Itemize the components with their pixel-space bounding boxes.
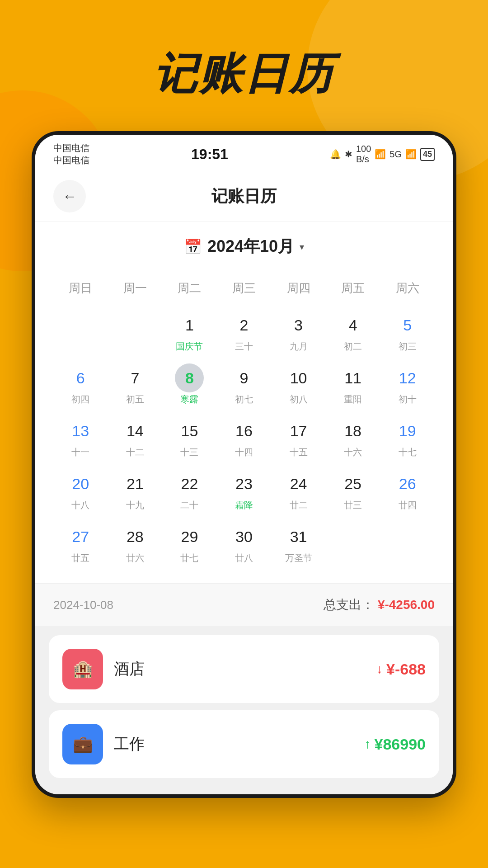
transaction-list: 🏨 酒店 ↓ ¥-688 💼 工作 ↑ ¥86990	[35, 626, 453, 794]
day-number: 5	[393, 311, 422, 340]
day-lunar: 寒露	[180, 393, 198, 406]
weekday-sun: 周日	[53, 276, 108, 301]
signal2-icon: 📶	[405, 149, 417, 160]
status-icons: 🔔 ✱ 100B/s 📶 5G 📶 45	[330, 144, 435, 165]
day-number: 21	[121, 469, 150, 498]
day-number: 1	[175, 311, 204, 340]
calendar-day[interactable]: 13十一	[53, 411, 108, 464]
day-lunar: 初三	[399, 340, 417, 353]
day-lunar: 初十	[399, 393, 417, 406]
calendar-day[interactable]: 14十二	[108, 411, 163, 464]
calendar-day	[326, 517, 380, 570]
battery-indicator: 45	[420, 148, 435, 161]
calendar-day[interactable]: 27廿五	[53, 517, 108, 570]
status-time: 19:51	[191, 146, 228, 163]
calendar-icon: 📅	[184, 238, 202, 255]
calendar-day	[108, 305, 163, 358]
calendar-day[interactable]: 11重阳	[326, 358, 380, 411]
page-title: 记账日历	[0, 0, 488, 131]
wifi-icon: 📶	[375, 149, 386, 160]
clock-icon: 🔔	[330, 149, 341, 160]
transaction-card-work[interactable]: 💼 工作 ↑ ¥86990	[49, 710, 439, 778]
weekday-mon: 周一	[108, 276, 163, 301]
calendar-day[interactable]: 23霜降	[217, 464, 272, 517]
weekday-thu: 周四	[271, 276, 326, 301]
calendar-day[interactable]: 30廿八	[217, 517, 272, 570]
month-selector[interactable]: 📅 2024年10月 ▾	[53, 236, 435, 258]
day-number: 20	[66, 469, 95, 498]
day-number: 25	[338, 469, 367, 498]
calendar-day[interactable]: 25廿三	[326, 464, 380, 517]
calendar-day[interactable]: 6初四	[53, 358, 108, 411]
calendar-day[interactable]: 28廿六	[108, 517, 163, 570]
day-number: 31	[284, 522, 313, 551]
summary-amount: ¥-4256.00	[378, 598, 435, 612]
hotel-amount: ↓ ¥-688	[376, 660, 426, 678]
phone-container: 中国电信 中国电信 19:51 🔔 ✱ 100B/s 📶 5G 📶 45 ← 记…	[0, 131, 488, 798]
calendar-day[interactable]: 1国庆节	[162, 305, 217, 358]
day-number: 13	[66, 416, 95, 445]
hotel-icon: 🏨	[62, 649, 103, 689]
calendar-day[interactable]: 5初三	[380, 305, 435, 358]
calendar-day[interactable]: 24廿二	[271, 464, 326, 517]
income-arrow-icon: ↑	[365, 737, 371, 751]
day-number: 7	[121, 363, 150, 392]
calendar-day[interactable]: 20十八	[53, 464, 108, 517]
day-lunar: 九月	[290, 340, 308, 353]
day-lunar: 十九	[126, 499, 144, 511]
day-number: 12	[393, 363, 422, 392]
calendar-day[interactable]: 8寒露	[162, 358, 217, 411]
day-lunar: 廿六	[126, 552, 144, 564]
day-lunar: 初八	[290, 393, 308, 406]
day-number: 22	[175, 469, 204, 498]
calendar-day[interactable]: 22二十	[162, 464, 217, 517]
day-lunar: 廿五	[71, 552, 89, 564]
day-lunar: 重阳	[344, 393, 362, 406]
day-number: 18	[338, 416, 367, 445]
calendar-day[interactable]: 9初七	[217, 358, 272, 411]
day-number: 27	[66, 522, 95, 551]
calendar-day[interactable]: 12初十	[380, 358, 435, 411]
day-lunar: 十七	[399, 446, 417, 458]
summary-bar: 2024-10-08 总支出： ¥-4256.00	[35, 583, 453, 626]
calendar-day[interactable]: 7初五	[108, 358, 163, 411]
calendar-section: 📅 2024年10月 ▾ 周日 周一 周二 周三 周四 周五 周六 1国庆节2三…	[35, 222, 453, 583]
day-number: 10	[284, 363, 313, 392]
calendar-day[interactable]: 17十五	[271, 411, 326, 464]
day-lunar: 廿四	[399, 499, 417, 511]
calendar-day[interactable]: 21十九	[108, 464, 163, 517]
summary-label: 总支出：	[324, 598, 374, 612]
day-number: 16	[230, 416, 258, 445]
calendar-day[interactable]: 10初八	[271, 358, 326, 411]
day-number: 4	[338, 311, 367, 340]
carrier1: 中国电信	[53, 142, 89, 154]
day-number: 15	[175, 416, 204, 445]
day-number: 2	[230, 311, 258, 340]
calendar-day[interactable]: 29廿七	[162, 517, 217, 570]
calendar-day[interactable]: 18十六	[326, 411, 380, 464]
calendar-day[interactable]: 3九月	[271, 305, 326, 358]
day-number: 28	[121, 522, 150, 551]
day-number: 19	[393, 416, 422, 445]
day-number: 9	[230, 363, 258, 392]
calendar-grid: 1国庆节2三十3九月4初二5初三6初四7初五8寒露9初七10初八11重阳12初十…	[53, 305, 435, 570]
calendar-day[interactable]: 2三十	[217, 305, 272, 358]
calendar-day[interactable]: 26廿四	[380, 464, 435, 517]
calendar-day[interactable]: 16十四	[217, 411, 272, 464]
signal1-icon: 5G	[389, 149, 402, 160]
calendar-day[interactable]: 31万圣节	[271, 517, 326, 570]
weekday-fri: 周五	[326, 276, 380, 301]
day-lunar: 十二	[126, 446, 144, 458]
back-button[interactable]: ←	[53, 180, 86, 212]
app-title: 记账日历	[0, 45, 488, 104]
summary-date: 2024-10-08	[53, 598, 113, 612]
calendar-day	[53, 305, 108, 358]
day-lunar: 十六	[344, 446, 362, 458]
day-lunar: 国庆节	[176, 340, 203, 353]
transaction-card-hotel[interactable]: 🏨 酒店 ↓ ¥-688	[49, 635, 439, 703]
calendar-day[interactable]: 15十三	[162, 411, 217, 464]
calendar-day[interactable]: 19十七	[380, 411, 435, 464]
calendar-day[interactable]: 4初二	[326, 305, 380, 358]
summary-total: 总支出： ¥-4256.00	[324, 596, 435, 613]
carrier2: 中国电信	[53, 154, 89, 166]
